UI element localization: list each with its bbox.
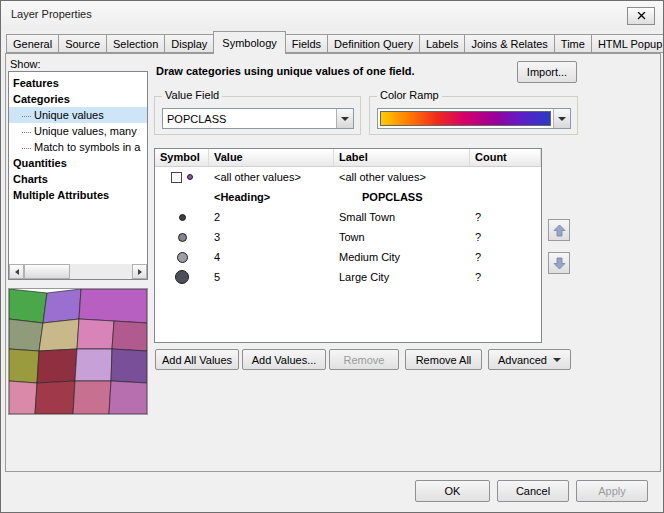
chevron-down-icon bbox=[558, 117, 566, 121]
close-button[interactable] bbox=[627, 7, 655, 25]
tree-item-features[interactable]: Features bbox=[9, 75, 147, 91]
tree-item-multiple-attributes[interactable]: Multiple Attributes bbox=[9, 187, 147, 203]
show-tree: Features Categories Unique values Unique… bbox=[8, 71, 148, 280]
label-cell: Town bbox=[334, 231, 470, 243]
tree-item-charts[interactable]: Charts bbox=[9, 171, 147, 187]
tab-selection[interactable]: Selection bbox=[106, 34, 165, 53]
value-cell: <Heading> bbox=[209, 191, 334, 203]
remove-all-button[interactable]: Remove All bbox=[405, 349, 482, 370]
label-cell: Large City bbox=[334, 271, 470, 283]
scroll-left-button[interactable] bbox=[9, 264, 24, 279]
label-cell: Small Town bbox=[334, 211, 470, 223]
chevron-down-icon bbox=[341, 117, 349, 121]
count-cell: ? bbox=[470, 271, 541, 283]
close-icon bbox=[637, 12, 646, 20]
button-label: Advanced bbox=[498, 354, 547, 366]
table-row-heading[interactable]: <Heading> POPCLASS bbox=[155, 187, 541, 207]
remove-button[interactable]: Remove bbox=[329, 349, 399, 370]
value-cell: <all other values> bbox=[209, 171, 334, 183]
color-ramp-combobox[interactable] bbox=[377, 108, 571, 129]
table-row[interactable]: 3 Town ? bbox=[155, 227, 541, 247]
count-cell: ? bbox=[470, 211, 541, 223]
tab-source[interactable]: Source bbox=[58, 34, 107, 53]
tab-joins-relates[interactable]: Joins & Relates bbox=[464, 34, 554, 53]
layer-properties-dialog: Layer Properties General Source Selectio… bbox=[0, 0, 664, 513]
window-title: Layer Properties bbox=[11, 8, 92, 20]
point-symbol-icon[interactable] bbox=[175, 270, 189, 284]
table-row[interactable]: 4 Medium City ? bbox=[155, 247, 541, 267]
scroll-right-button[interactable] bbox=[132, 264, 147, 279]
color-ramp-group: Color Ramp bbox=[369, 96, 578, 135]
scroll-thumb[interactable] bbox=[24, 264, 70, 279]
tab-time[interactable]: Time bbox=[554, 34, 592, 53]
column-header-value[interactable]: Value bbox=[209, 149, 334, 166]
point-symbol-icon[interactable] bbox=[177, 252, 188, 263]
cancel-button[interactable]: Cancel bbox=[497, 480, 569, 502]
tab-definition-query[interactable]: Definition Query bbox=[327, 34, 420, 53]
apply-button[interactable]: Apply bbox=[576, 480, 648, 502]
column-header-label[interactable]: Label bbox=[334, 149, 470, 166]
value-field-value: POPCLASS bbox=[163, 109, 336, 128]
value-field-group: Value Field POPCLASS bbox=[154, 96, 361, 135]
chevron-down-icon bbox=[553, 358, 561, 362]
tree-item-label: Unique values, many bbox=[34, 125, 137, 137]
add-values-button[interactable]: Add Values... bbox=[242, 349, 326, 370]
point-symbol-icon[interactable] bbox=[187, 174, 193, 180]
symbol-cell bbox=[155, 233, 209, 242]
horizontal-scrollbar[interactable] bbox=[9, 264, 147, 279]
symbol-cell bbox=[155, 172, 209, 183]
ok-button[interactable]: OK bbox=[415, 480, 490, 502]
value-cell: 3 bbox=[209, 231, 334, 243]
tree-item-match-symbols[interactable]: Match to symbols in a bbox=[9, 139, 147, 155]
button-label: Add Values... bbox=[252, 354, 317, 366]
tab-labels[interactable]: Labels bbox=[419, 34, 465, 53]
column-header-symbol[interactable]: Symbol bbox=[155, 149, 209, 166]
down-arrow-icon bbox=[553, 257, 566, 270]
show-label: Show: bbox=[10, 58, 41, 70]
tree-item-unique-values-many[interactable]: Unique values, many bbox=[9, 123, 147, 139]
tab-general[interactable]: General bbox=[6, 34, 59, 53]
color-ramp-dropdown-button[interactable] bbox=[553, 109, 570, 128]
tab-strip: General Source Selection Display Symbolo… bbox=[6, 31, 664, 54]
values-table: Symbol Value Label Count <all other valu… bbox=[154, 148, 542, 343]
tree-line bbox=[22, 132, 31, 133]
move-up-button[interactable] bbox=[548, 219, 570, 241]
symbol-cell bbox=[155, 252, 209, 263]
label-cell: POPCLASS bbox=[334, 191, 470, 203]
table-row[interactable]: 5 Large City ? bbox=[155, 267, 541, 287]
count-cell: ? bbox=[470, 251, 541, 263]
value-field-dropdown-button[interactable] bbox=[336, 109, 353, 128]
tree-item-unique-values[interactable]: Unique values bbox=[9, 107, 147, 123]
label-cell: <all other values> bbox=[334, 171, 470, 183]
import-button[interactable]: Import... bbox=[517, 61, 577, 83]
tree-item-label: Match to symbols in a bbox=[34, 141, 140, 153]
move-down-button[interactable] bbox=[548, 252, 570, 274]
tab-html-popup[interactable]: HTML Popup bbox=[591, 34, 664, 53]
column-header-count[interactable]: Count bbox=[470, 149, 541, 166]
value-cell: 5 bbox=[209, 271, 334, 283]
table-row[interactable]: 2 Small Town ? bbox=[155, 207, 541, 227]
tab-symbology[interactable]: Symbology bbox=[213, 31, 285, 54]
button-label: Remove All bbox=[416, 354, 472, 366]
add-all-values-button[interactable]: Add All Values bbox=[155, 349, 239, 370]
color-ramp-swatch bbox=[380, 111, 551, 126]
point-symbol-icon[interactable] bbox=[179, 214, 186, 221]
point-symbol-icon[interactable] bbox=[178, 233, 187, 242]
button-label: Remove bbox=[344, 354, 385, 366]
value-field-combobox[interactable]: POPCLASS bbox=[162, 108, 354, 129]
table-row[interactable]: <all other values> <all other values> bbox=[155, 167, 541, 187]
titlebar[interactable]: Layer Properties bbox=[1, 1, 663, 31]
tab-display[interactable]: Display bbox=[164, 34, 214, 53]
tree-item-categories[interactable]: Categories bbox=[9, 91, 147, 107]
tree-item-quantities[interactable]: Quantities bbox=[9, 155, 147, 171]
table-header: Symbol Value Label Count bbox=[155, 149, 541, 167]
label-cell: Medium City bbox=[334, 251, 470, 263]
button-label: Add All Values bbox=[162, 354, 232, 366]
all-other-values-checkbox[interactable] bbox=[171, 172, 182, 183]
advanced-button[interactable]: Advanced bbox=[488, 349, 571, 370]
symbol-cell bbox=[155, 270, 209, 284]
color-ramp-group-label: Color Ramp bbox=[377, 89, 442, 101]
tab-fields[interactable]: Fields bbox=[285, 34, 328, 53]
tree-line bbox=[22, 148, 31, 149]
symbology-preview-map bbox=[8, 288, 148, 415]
